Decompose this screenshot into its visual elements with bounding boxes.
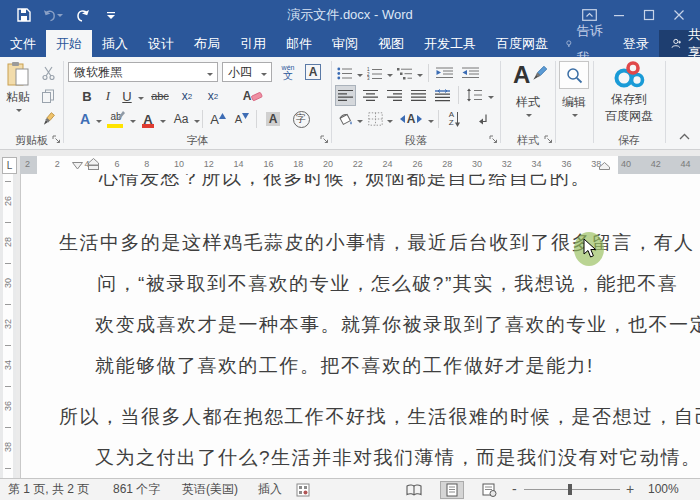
shading-dropdown-arrow[interactable] — [357, 120, 363, 126]
asian-layout-button[interactable]: A — [398, 109, 424, 129]
superscript-button[interactable]: x2 — [202, 86, 224, 106]
italic-button[interactable]: I — [100, 86, 116, 106]
align-left-button[interactable] — [335, 85, 356, 106]
text-highlight-button[interactable]: ab — [106, 109, 126, 129]
show-hide-marks-button[interactable] — [472, 109, 492, 129]
document-line[interactable]: 问，“被录取到不喜欢的专业，怎么破?”其实，我想说，能把不喜 — [97, 271, 678, 297]
multilevel-list-button[interactable] — [396, 63, 414, 83]
clipboard-dialog-launcher[interactable] — [52, 133, 61, 147]
line-spacing-button[interactable] — [463, 85, 485, 105]
document-page[interactable]: 心情发愁？所以，很多时候，烦恼都是自己给自己的。 生活中多的是这样鸡毛蒜皮的小事… — [20, 174, 700, 478]
tab-baidu-netdisk[interactable]: 百度网盘 — [486, 30, 558, 57]
font-size-combo[interactable]: 小四 — [222, 62, 272, 82]
cut-button[interactable] — [38, 63, 58, 83]
line-spacing-dropdown-arrow[interactable] — [488, 96, 494, 102]
print-layout-button[interactable] — [440, 481, 464, 499]
tell-me-box[interactable]: 告诉我... — [558, 30, 613, 57]
close-button[interactable] — [664, 2, 694, 28]
macro-record-button[interactable] — [296, 483, 310, 500]
editing-dropdown-arrow[interactable] — [572, 114, 578, 120]
font-color-button[interactable]: A — [140, 109, 156, 129]
document-line[interactable]: 欢变成喜欢才是一种本事。就算你被录取到了喜欢的专业，也不一定 — [95, 312, 700, 338]
read-mode-button[interactable] — [402, 481, 426, 499]
document-line[interactable]: 又为之付出了什么?生活并非对我们薄情，而是我们没有对它动情。 — [95, 445, 700, 471]
bold-button[interactable]: B — [78, 86, 96, 106]
editing-button[interactable]: 编辑 — [557, 61, 591, 120]
sort-button[interactable]: AZ — [444, 109, 466, 129]
zoom-in-button[interactable]: + — [626, 479, 634, 500]
numbering-button[interactable]: 123 — [366, 63, 384, 83]
word-count[interactable]: 861 个字 — [113, 479, 160, 500]
multilevel-dropdown-arrow[interactable] — [417, 74, 423, 80]
styles-dropdown-arrow[interactable] — [526, 114, 532, 120]
maximize-button[interactable] — [634, 2, 664, 28]
document-line[interactable]: 心情发愁？所以，很多时候，烦恼都是自己给自己的。 — [99, 174, 591, 191]
increase-indent-button[interactable] — [460, 63, 482, 83]
change-case-dropdown-arrow[interactable] — [194, 120, 200, 126]
align-right-button[interactable] — [384, 85, 405, 106]
zoom-level[interactable]: 100% — [648, 479, 679, 500]
zoom-slider-track[interactable] — [524, 489, 620, 490]
web-layout-button[interactable] — [477, 481, 501, 499]
zoom-out-button[interactable]: - — [512, 479, 517, 500]
collapse-ribbon-button[interactable] — [679, 129, 690, 143]
first-line-indent-marker[interactable] — [72, 156, 83, 174]
shrink-font-button[interactable]: A — [232, 109, 252, 129]
paragraph-dialog-launcher[interactable] — [489, 133, 498, 147]
justify-button[interactable] — [408, 85, 429, 106]
save-to-baidu-button[interactable]: 保存到 百度网盘 — [596, 61, 662, 125]
tab-view[interactable]: 视图 — [368, 30, 414, 57]
tab-file[interactable]: 文件 — [0, 30, 46, 57]
paste-button[interactable]: 粘贴 — [3, 61, 33, 115]
underline-dropdown-arrow[interactable] — [138, 97, 144, 103]
zoom-slider-handle[interactable] — [568, 484, 572, 495]
enclose-characters-button[interactable]: 字 — [290, 109, 312, 129]
copy-button[interactable] — [38, 86, 58, 106]
text-effects-dropdown-arrow[interactable] — [96, 120, 102, 126]
right-indent-marker[interactable] — [599, 156, 610, 174]
highlight-dropdown-arrow[interactable] — [130, 120, 136, 126]
minimize-button[interactable] — [604, 2, 634, 28]
strikethrough-button[interactable]: abc — [148, 86, 172, 106]
bullets-dropdown-arrow[interactable] — [357, 74, 363, 80]
tab-developer[interactable]: 开发工具 — [414, 30, 486, 57]
grow-font-button[interactable]: A — [208, 109, 228, 129]
share-button[interactable]: 共享 — [659, 30, 700, 57]
subscript-button[interactable]: x2 — [176, 86, 198, 106]
paste-dropdown-arrow[interactable] — [16, 109, 22, 115]
font-color-dropdown-arrow[interactable] — [160, 120, 166, 126]
font-name-dropdown-arrow[interactable] — [207, 73, 213, 79]
document-line[interactable]: 就能够做了喜欢的工作。把不喜欢的工作做好才是能力! — [95, 353, 594, 379]
format-painter-button[interactable] — [38, 109, 58, 129]
numbering-dropdown-arrow[interactable] — [387, 74, 393, 80]
tab-design[interactable]: 设计 — [138, 30, 184, 57]
phonetic-guide-button[interactable]: wén 文 — [276, 60, 300, 84]
character-shading-button[interactable]: A — [262, 109, 284, 129]
bullets-button[interactable] — [336, 63, 354, 83]
tab-mailings[interactable]: 邮件 — [276, 30, 322, 57]
tab-home[interactable]: 开始 — [46, 30, 92, 57]
font-size-dropdown-arrow[interactable] — [261, 73, 267, 79]
styles-button[interactable]: A 样式 — [507, 61, 549, 120]
borders-dropdown-arrow[interactable] — [387, 120, 393, 126]
tab-layout[interactable]: 布局 — [184, 30, 230, 57]
tab-review[interactable]: 审阅 — [322, 30, 368, 57]
underline-button[interactable]: U — [120, 86, 134, 106]
tab-insert[interactable]: 插入 — [92, 30, 138, 57]
change-case-button[interactable]: Aa — [170, 109, 192, 129]
styles-dialog-launcher[interactable] — [544, 133, 553, 147]
align-center-button[interactable] — [360, 85, 381, 106]
clear-formatting-button[interactable]: A — [240, 86, 266, 106]
shading-button[interactable] — [336, 109, 354, 129]
document-line[interactable]: 所以，当很多人都在抱怨工作不好找，生活很难的时候，是否想过，自己 — [59, 404, 700, 430]
asian-layout-dropdown-arrow[interactable] — [428, 120, 434, 126]
text-effects-button[interactable]: A — [76, 109, 94, 129]
insert-mode-indicator[interactable]: 插入 — [258, 479, 282, 500]
language-indicator[interactable]: 英语(美国) — [182, 479, 238, 500]
horizontal-ruler[interactable]: 2246810121416182022242628303234363840424… — [20, 156, 700, 174]
tab-stop-selector[interactable]: L — [2, 157, 17, 174]
character-border-button[interactable]: A — [302, 62, 324, 82]
hanging-indent-marker[interactable] — [88, 156, 99, 174]
font-dialog-launcher[interactable] — [320, 133, 329, 147]
vertical-ruler[interactable]: 26283032343638 — [0, 174, 16, 478]
